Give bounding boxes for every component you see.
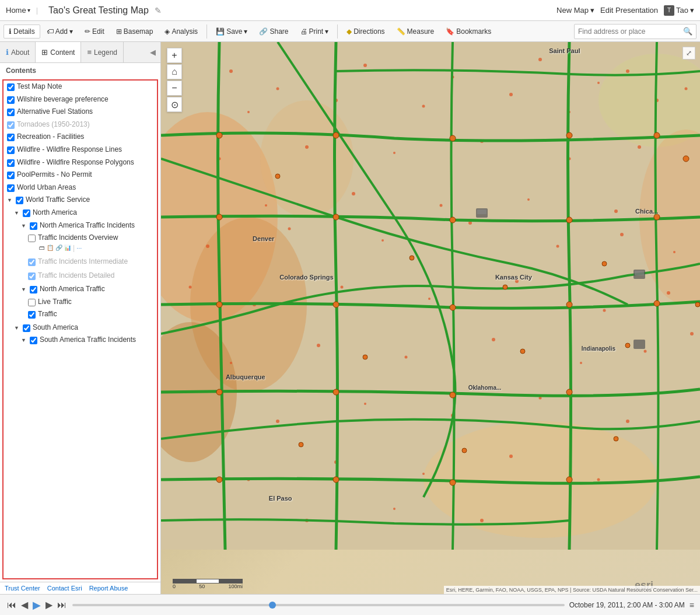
analysis-button[interactable]: ◈ Analysis bbox=[159, 25, 203, 39]
contents-label: Contents bbox=[0, 63, 160, 77]
layer-item-traffic: Traffic bbox=[4, 308, 157, 321]
tab-about[interactable]: ℹ About bbox=[0, 42, 36, 62]
icon-separator: | bbox=[73, 244, 75, 252]
scale-seg-2 bbox=[196, 579, 219, 583]
layer-item-pool-permits: PoolPermits - No Permit bbox=[4, 169, 157, 181]
link-icon[interactable]: 🔗 bbox=[55, 244, 62, 251]
edit-map-title-icon[interactable]: ✎ bbox=[155, 6, 162, 15]
measure-button[interactable]: 📏 Measure bbox=[391, 25, 440, 39]
save-button[interactable]: 💾 Save ▾ bbox=[211, 25, 253, 39]
expand-south-america-icon[interactable]: ▼ bbox=[14, 325, 19, 331]
layer-checkbox-wildfire-poly[interactable] bbox=[7, 159, 15, 167]
layer-checkbox-world-urban[interactable] bbox=[7, 184, 15, 192]
sidebar-footer: Trust Center Contact Esri Report Abuse bbox=[0, 582, 160, 594]
more-icon[interactable]: ··· bbox=[76, 244, 82, 251]
edit-presentation-button[interactable]: Edit Presentation bbox=[600, 6, 658, 15]
layer-item-wildfire-poly: Wildfire - Wildfire Response Polygons bbox=[4, 156, 157, 169]
sidebar-collapse-button[interactable]: ◀ bbox=[145, 44, 160, 60]
add-button[interactable]: 🏷 Add ▾ bbox=[41, 25, 78, 39]
layer-checkbox-test-map-note[interactable] bbox=[7, 83, 15, 91]
layer-checkbox-north-america[interactable] bbox=[23, 209, 30, 217]
layer-item-wilshire: Wilshire beverage preference bbox=[4, 93, 157, 106]
timeline-slider-area[interactable] bbox=[72, 604, 565, 606]
print-button[interactable]: 🖨 Print ▾ bbox=[295, 25, 334, 39]
expand-world-traffic-icon[interactable]: ▼ bbox=[7, 197, 12, 203]
search-icon: 🔍 bbox=[683, 27, 692, 36]
map-expand-button[interactable]: ⤢ bbox=[682, 47, 695, 60]
home-dropdown-icon: ▾ bbox=[27, 7, 30, 13]
search-input[interactable] bbox=[578, 27, 683, 36]
zoom-home-button[interactable]: ⌂ bbox=[167, 64, 182, 79]
expand-north-america-icon[interactable]: ▼ bbox=[14, 210, 19, 216]
timeline-skip-back-button[interactable]: ⏮ bbox=[6, 599, 18, 611]
layer-checkbox-live-traffic[interactable] bbox=[28, 299, 36, 306]
share-icon: 🔗 bbox=[259, 27, 268, 36]
timeline-prev-button[interactable]: ◀ bbox=[20, 598, 29, 611]
timeline-extra-controls: ≡ bbox=[690, 600, 694, 610]
content-icon: ⊞ bbox=[41, 48, 48, 57]
tab-content[interactable]: ⊞ Content bbox=[36, 42, 81, 62]
timeline-thumb[interactable] bbox=[269, 602, 276, 609]
expand-na-incidents-icon[interactable]: ▼ bbox=[21, 223, 26, 229]
basemap-button[interactable]: ⊞ Basemap bbox=[111, 25, 159, 39]
share-button[interactable]: 🔗 Share bbox=[254, 25, 293, 39]
layer-item-recreation: Recreation - Facilities bbox=[4, 131, 157, 144]
directions-button[interactable]: ◆ Directions bbox=[341, 25, 390, 39]
trust-center-link[interactable]: Trust Center bbox=[5, 585, 40, 592]
scale-label-50: 50 bbox=[199, 583, 205, 589]
sidebar: ℹ About ⊞ Content ≡ Legend ◀ Contents Te… bbox=[0, 42, 161, 594]
timeline-skip-fwd-button[interactable]: ⏭ bbox=[56, 599, 68, 611]
layer-checkbox-na-traffic[interactable] bbox=[30, 286, 37, 293]
scale-label-100: 100mi bbox=[228, 583, 243, 589]
zoom-in-button[interactable]: + bbox=[167, 48, 182, 63]
scale-bar: 0 50 100mi bbox=[173, 579, 243, 589]
timeline-slider[interactable] bbox=[72, 604, 565, 606]
layer-checkbox-ti-detailed[interactable] bbox=[28, 272, 36, 280]
timeline-next-button[interactable]: ▶ bbox=[44, 598, 54, 611]
layer-checkbox-tornadoes[interactable] bbox=[7, 121, 15, 129]
table-icon[interactable]: 🗃 bbox=[39, 244, 45, 251]
about-icon: ℹ bbox=[6, 48, 9, 57]
layer-checkbox-sa-incidents[interactable] bbox=[30, 337, 37, 344]
edit-button[interactable]: ✏ Edit bbox=[79, 25, 110, 39]
timeline-time-label: October 19, 2011, 2:00 AM - 3:00 AM bbox=[569, 601, 685, 609]
toolbar-separator-1 bbox=[206, 25, 207, 39]
layer-checkbox-world-traffic[interactable] bbox=[16, 197, 23, 204]
home-menu[interactable]: Home ▾ bbox=[6, 6, 30, 15]
details-button[interactable]: ℹ Details bbox=[4, 25, 40, 39]
layer-checkbox-south-america[interactable] bbox=[23, 324, 30, 332]
timeline-play-button[interactable]: ▶ bbox=[32, 597, 42, 613]
zoom-out-button[interactable]: − bbox=[167, 81, 182, 96]
chart-icon[interactable]: 📊 bbox=[64, 244, 71, 251]
bookmarks-button[interactable]: 🔖 Bookmarks bbox=[440, 25, 496, 39]
new-map-button[interactable]: New Map ▾ bbox=[556, 6, 594, 15]
layer-checkbox-wilshire[interactable] bbox=[7, 96, 15, 104]
user-menu-button[interactable]: T Tao ▾ bbox=[664, 5, 694, 16]
top-bar-right: New Map ▾ Edit Presentation T Tao ▾ bbox=[556, 5, 694, 16]
layer-checkbox-pool-permits[interactable] bbox=[7, 172, 15, 179]
layer-checkbox-wildfire-lines[interactable] bbox=[7, 146, 15, 154]
timeline-settings-button[interactable]: ≡ bbox=[690, 600, 694, 610]
layer-item-na-traffic: ▼ North America Traffic bbox=[4, 282, 157, 296]
layer-checkbox-na-incidents[interactable] bbox=[30, 222, 37, 230]
map-area[interactable]: Saint Paul Chica... Denver Colorado Spri… bbox=[161, 42, 700, 594]
locate-button[interactable]: ⊙ bbox=[167, 97, 182, 112]
contact-esri-link[interactable]: Contact Esri bbox=[47, 585, 82, 592]
layer-item-ti-overview: Traffic Incidents Overview 🗃 📋 🔗 📊 | ··· bbox=[4, 232, 157, 254]
layer-checkbox-recreation[interactable] bbox=[7, 134, 15, 141]
map-attribution: Esri, HERE, Garmin, FAO, NOAA, USGS, EPA… bbox=[444, 586, 700, 594]
main-content: ℹ About ⊞ Content ≡ Legend ◀ Contents Te… bbox=[0, 42, 700, 594]
layer-checkbox-ti-intermediate[interactable] bbox=[28, 258, 36, 266]
layer-checkbox-traffic[interactable] bbox=[28, 311, 36, 319]
report-abuse-link[interactable]: Report Abuse bbox=[89, 585, 128, 592]
layer-item-ti-detailed: Traffic Incidents Detailed bbox=[4, 268, 157, 282]
search-box[interactable]: 🔍 bbox=[574, 24, 696, 39]
expand-na-traffic-icon[interactable]: ▼ bbox=[21, 286, 26, 292]
layer-checkbox-ti-overview[interactable] bbox=[28, 235, 36, 242]
layer-checkbox-alt-fuel[interactable] bbox=[7, 109, 15, 116]
layer-item-test-map-note: Test Map Note bbox=[4, 81, 157, 93]
layer-item-world-traffic: ▼ World Traffic Service bbox=[4, 194, 157, 207]
filter-icon[interactable]: 📋 bbox=[47, 244, 54, 251]
tab-legend[interactable]: ≡ Legend bbox=[81, 42, 124, 62]
expand-sa-incidents-icon[interactable]: ▼ bbox=[21, 337, 26, 343]
